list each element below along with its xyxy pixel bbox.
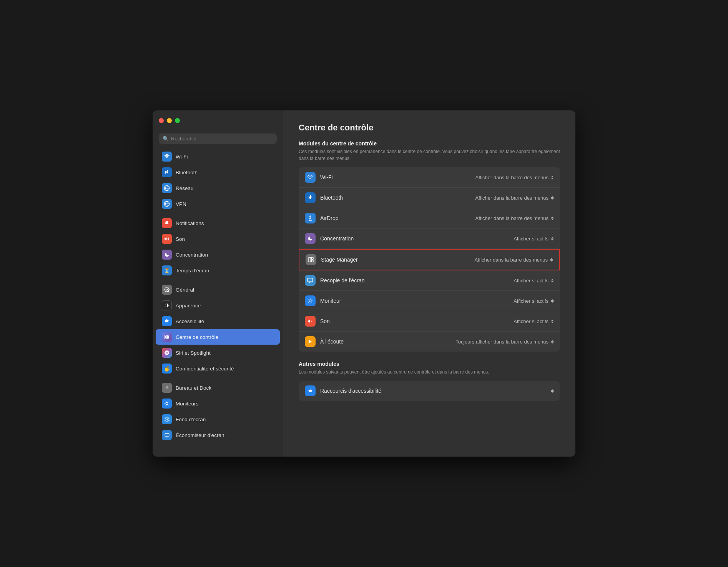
svg-point-9: [166, 319, 167, 320]
svg-rect-11: [167, 335, 169, 337]
module-airdrop-chevron[interactable]: [551, 217, 554, 220]
module-row-stage-manager[interactable]: Stage Manager Afficher dans la barre des…: [299, 249, 560, 270]
sidebar-item-label: Son: [176, 236, 185, 242]
module-a-lecoute-chevron[interactable]: [551, 340, 554, 344]
module-stage-manager-control[interactable]: Afficher dans la barre des menus: [474, 257, 553, 263]
sidebar-item-accessibilite[interactable]: Accessibilité: [156, 314, 280, 329]
module-row-wifi[interactable]: Wi-Fi Afficher dans la barre des menus: [299, 167, 560, 188]
module-bluetooth-control[interactable]: Afficher dans la barre des menus: [475, 195, 554, 201]
module-row-recopie[interactable]: Recopie de l'écran Afficher si actifs: [299, 270, 560, 291]
module-moniteur-name: Moniteur: [320, 298, 514, 304]
search-input[interactable]: [171, 136, 273, 142]
svg-marker-41: [309, 340, 312, 344]
module-stage-manager-icon: [306, 254, 316, 265]
module-moniteur-chevron[interactable]: [551, 299, 554, 303]
module-wifi-control[interactable]: Afficher dans la barre des menus: [475, 175, 554, 180]
sidebar-item-general[interactable]: Général: [156, 282, 280, 297]
sidebar-item-moniteurs[interactable]: Moniteurs: [156, 396, 280, 411]
svg-line-35: [312, 302, 312, 303]
svg-line-21: [165, 405, 165, 405]
sidebar-item-fond-ecran[interactable]: ❄️ Fond d'écran: [156, 412, 280, 427]
autres-section-desc: Les modules suivants peuvent être ajouté…: [299, 369, 560, 375]
svg-point-14: [166, 402, 168, 405]
module-son-icon: [305, 316, 316, 327]
module-row-concentration[interactable]: Concentration Afficher si actifs: [299, 228, 560, 249]
son-icon: [162, 234, 172, 244]
sidebar-item-reseau[interactable]: Réseau: [156, 180, 280, 196]
svg-rect-29: [311, 260, 313, 262]
module-bluetooth-chevron[interactable]: [551, 196, 554, 200]
minimize-button[interactable]: [167, 118, 172, 123]
sidebar-item-label: Apparence: [176, 303, 201, 309]
module-moniteur-control[interactable]: Afficher si actifs: [514, 298, 554, 304]
sidebar-item-economiseur[interactable]: Économiseur d'écran: [156, 427, 280, 443]
sidebar-item-label: Concentration: [176, 252, 208, 258]
main-content: Centre de contrôle Modules du centre de …: [283, 110, 575, 457]
bureau-dock-icon: 🖥: [162, 383, 172, 393]
module-row-son[interactable]: Son Afficher si actifs: [299, 311, 560, 332]
svg-point-26: [310, 216, 311, 217]
module-row-a-lecoute[interactable]: À l'écoute Toujours afficher dans la bar…: [299, 332, 560, 352]
search-box[interactable]: 🔍: [159, 133, 277, 144]
siri-icon: [162, 348, 172, 358]
modules-section: Modules du centre de contrôle Ces module…: [299, 140, 560, 352]
module-recopie-icon: [305, 275, 316, 286]
module-son-control-label: Afficher si actifs: [514, 319, 548, 324]
svg-rect-28: [311, 257, 313, 259]
sidebar-item-centre-controle[interactable]: Centre de contrôle: [156, 329, 280, 345]
sidebar-item-bluetooth[interactable]: Bluetooth: [156, 165, 280, 180]
svg-line-22: [168, 402, 169, 402]
sidebar-item-apparence[interactable]: Apparence: [156, 298, 280, 313]
module-a-lecoute-control[interactable]: Toujours afficher dans la barre des menu…: [455, 339, 554, 345]
module-bluetooth-name: Bluetooth: [320, 195, 475, 201]
module-recopie-name: Recopie de l'écran: [320, 277, 514, 284]
module-son-chevron[interactable]: [551, 320, 554, 323]
sidebar-item-label: Notifications: [176, 220, 204, 226]
sidebar: 🔍 Wi-Fi Bluetooth: [153, 110, 283, 457]
sidebar-item-label: Temps d'écran: [176, 268, 209, 273]
maximize-button[interactable]: [175, 118, 180, 123]
module-wifi-name: Wi-Fi: [320, 174, 475, 180]
sidebar-item-temps-ecran[interactable]: ⏳ Temps d'écran: [156, 263, 280, 278]
titlebar: [153, 110, 283, 130]
sidebar-item-notifications[interactable]: Notifications: [156, 215, 280, 231]
module-moniteur-control-label: Afficher si actifs: [514, 298, 548, 304]
module-recopie-chevron[interactable]: [551, 279, 554, 282]
svg-rect-23: [165, 433, 169, 436]
sidebar-item-vpn[interactable]: VPN: [156, 196, 280, 212]
module-raccourcis-accessibilite-control[interactable]: [551, 389, 554, 393]
module-concentration-control[interactable]: Afficher si actifs: [514, 236, 554, 242]
module-airdrop-control[interactable]: Afficher dans la barre des menus: [475, 215, 554, 221]
sidebar-item-son[interactable]: Son: [156, 231, 280, 247]
close-button[interactable]: [159, 118, 164, 123]
module-wifi-control-label: Afficher dans la barre des menus: [475, 175, 548, 180]
sidebar-item-concentration[interactable]: Concentration: [156, 247, 280, 262]
sidebar-item-wifi[interactable]: Wi-Fi: [156, 149, 280, 164]
module-row-bluetooth[interactable]: Bluetooth Afficher dans la barre des men…: [299, 188, 560, 208]
module-son-control[interactable]: Afficher si actifs: [514, 319, 554, 324]
general-icon: [162, 285, 172, 295]
module-wifi-icon: [305, 172, 316, 183]
module-row-airdrop[interactable]: AirDrop Afficher dans la barre des menus: [299, 208, 560, 228]
module-concentration-name: Concentration: [320, 235, 514, 242]
module-row-raccourcis-accessibilite[interactable]: Raccourcis d'accessibilité: [299, 381, 560, 401]
sidebar-item-confidentialite[interactable]: 🖐 Confidentialité et sécurité: [156, 361, 280, 376]
module-raccourcis-accessibilite-chevron[interactable]: [551, 389, 554, 393]
modules-section-desc: Ces modules sont visibles en permanence …: [299, 148, 560, 162]
module-wifi-chevron[interactable]: [551, 176, 554, 179]
module-row-moniteur[interactable]: Moniteur Afficher si actifs: [299, 291, 560, 311]
notifications-icon: [162, 218, 172, 228]
module-stage-manager-chevron[interactable]: [550, 258, 553, 262]
sidebar-item-bureau-dock[interactable]: 🖥 Bureau et Dock: [156, 380, 280, 395]
svg-rect-30: [307, 278, 312, 282]
modules-list: Wi-Fi Afficher dans la barre des menus B…: [299, 167, 560, 352]
svg-marker-6: [165, 237, 166, 240]
sidebar-item-siri[interactable]: Siri et Spotlight: [156, 345, 280, 360]
module-concentration-chevron[interactable]: [551, 237, 554, 240]
autres-section-title: Autres modules: [299, 361, 560, 367]
svg-point-7: [166, 289, 168, 290]
autres-section: Autres modules Les modules suivants peuv…: [299, 361, 560, 401]
module-recopie-control[interactable]: Afficher si actifs: [514, 278, 554, 284]
module-a-lecoute-control-label: Toujours afficher dans la barre des menu…: [455, 339, 548, 345]
module-a-lecoute-icon: [305, 336, 316, 347]
